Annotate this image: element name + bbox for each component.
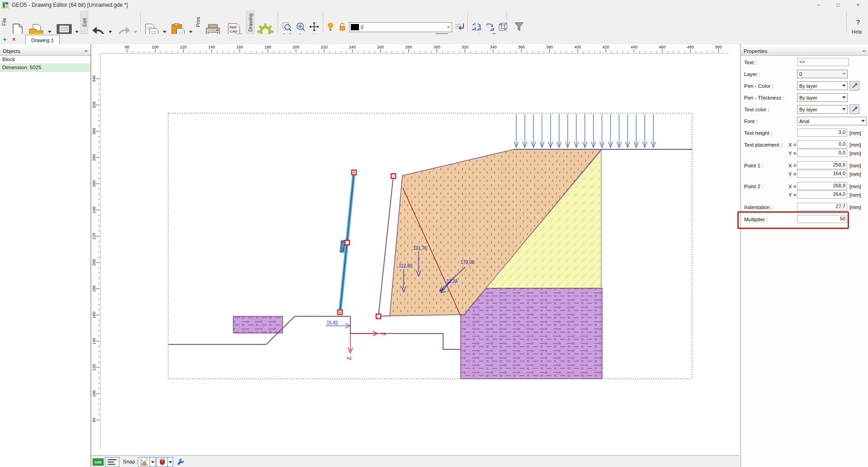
print-menu-label[interactable]: Print [194, 11, 201, 33]
text-color-picker-button[interactable] [849, 105, 859, 114]
pen-color-swatch [351, 24, 359, 30]
pen-color-picker-button[interactable] [849, 81, 859, 91]
unit-mm: [mm] [849, 184, 861, 189]
drawing-menu-label[interactable]: Drawing [246, 11, 255, 34]
file-menu-label[interactable]: File [0, 11, 7, 33]
svg-text:180: 180 [92, 285, 96, 292]
window-title: GEO5 - Drawing Editor (64 bit) [Unnamed.… [12, 2, 128, 8]
zoom-in-button[interactable] [295, 22, 307, 32]
force-label[interactable]: 173,00 [461, 260, 475, 265]
snap-label: Snap : [123, 459, 138, 464]
text-placement-y-input[interactable]: 0,0 [797, 149, 847, 157]
zoom-in-icon [296, 22, 305, 31]
snap-magnet-dropdown[interactable] [167, 457, 173, 467]
text-color-combobox[interactable]: By layer [797, 105, 848, 114]
multiplier-input[interactable]: 50 [797, 215, 847, 223]
excavation-steps-line[interactable] [350, 316, 461, 349]
svg-text:100: 100 [152, 45, 159, 49]
force-label[interactable]: 11,24 [447, 279, 458, 284]
dimension-object-selected[interactable]: 5025 [338, 170, 396, 319]
text-height-input[interactable]: 3,0 [797, 129, 847, 137]
edit-menu-label[interactable]: Edit [80, 11, 88, 34]
extrude-3d-button[interactable] [497, 22, 509, 32]
svg-text:400: 400 [574, 45, 581, 49]
lock-button[interactable] [338, 22, 346, 31]
y-eq-label: Y = [788, 172, 796, 177]
zoom-select-button[interactable] [281, 22, 293, 32]
x-eq-label: X = [788, 163, 797, 168]
pan-button[interactable] [308, 22, 320, 32]
text-input[interactable]: <> [797, 58, 849, 66]
canvas-status-bar: CAD Snap : [91, 455, 739, 467]
surcharge-load-arrows[interactable] [514, 114, 656, 148]
toolbar-separator [323, 12, 323, 32]
move-objects-icon [485, 22, 496, 31]
wall-face-line[interactable] [378, 176, 393, 316]
close-tab-button[interactable]: × [12, 36, 16, 43]
point2-x-input[interactable]: 268,8 [797, 182, 847, 190]
indentation-input[interactable]: 27,7 [797, 203, 847, 211]
chevron-down-icon [840, 105, 847, 113]
text-height-label: Text height : [744, 130, 772, 136]
svg-text:200: 200 [92, 259, 96, 266]
unit-mm: [mm] [849, 192, 861, 198]
force-label[interactable]: 101,76 [413, 246, 427, 251]
layer-combobox[interactable]: 0 [797, 70, 848, 78]
snap-magnet-button[interactable] [156, 457, 168, 467]
chevron-down-icon [445, 23, 452, 32]
soil-region-clay[interactable] [461, 288, 602, 379]
chevron-down-icon [134, 31, 137, 33]
line-style-button[interactable] [105, 457, 119, 467]
minimize-button[interactable]: − [808, 0, 828, 10]
x-eq-label: X = [788, 184, 797, 189]
unit-mm: [mm] [849, 172, 861, 177]
point1-x-input[interactable]: 258,8 [797, 161, 847, 169]
drawing-canvas[interactable]: 8010012014016018020022024026028030032034… [91, 44, 739, 455]
layers-button[interactable] [454, 22, 465, 31]
copy-objects-button[interactable] [471, 22, 483, 32]
point1-y-input[interactable]: 164,0 [797, 170, 847, 178]
chevron-down-icon [48, 31, 52, 33]
cad-text: CAD [230, 29, 238, 33]
y-eq-label: Y = [788, 192, 796, 198]
pen-thickness-combobox[interactable]: By layer [797, 93, 848, 102]
force-label[interactable]: 15,82 [326, 320, 338, 325]
indentation-label: Indentation : [744, 205, 773, 210]
text-placement-x-input[interactable]: 0,0 [797, 140, 847, 148]
pen-style-combobox[interactable]: 0 [349, 22, 452, 32]
font-combobox[interactable]: Arial [797, 117, 867, 125]
add-tab-button[interactable]: + [3, 35, 7, 43]
cad-mode-badge[interactable]: CAD [93, 458, 104, 466]
magnet-icon [159, 458, 166, 466]
snap-settings-button[interactable] [175, 457, 185, 466]
help-icon[interactable]: ? [854, 17, 863, 26]
move-objects-button[interactable] [485, 22, 496, 32]
objects-panel-header: Objects − [0, 47, 90, 56]
point2-y-input[interactable]: 264,0 [797, 191, 847, 199]
chevron-down-icon [840, 94, 847, 101]
visibility-bulb-button[interactable] [326, 22, 335, 31]
app-window: { "titlebar": { "title": "GEO5 - Drawing… [0, 0, 868, 467]
force-label[interactable]: 112,80 [399, 263, 412, 268]
properties-panel-title: Properties [744, 48, 767, 54]
selection-handles[interactable] [338, 170, 396, 319]
svg-text:200: 200 [292, 45, 299, 49]
pen-thickness-value: By layer [797, 95, 840, 100]
pen-color-combobox[interactable]: By layer [797, 81, 848, 90]
close-button[interactable]: × [848, 0, 868, 10]
objects-panel: Objects − BlockDimension: 5025 [0, 44, 91, 467]
snap-axis-button[interactable] [138, 457, 151, 467]
collapse-icon[interactable]: − [84, 48, 88, 54]
objects-list-item[interactable]: Dimension: 5025 [0, 64, 90, 72]
collapse-icon[interactable]: − [862, 48, 866, 54]
maximize-button[interactable]: □ [828, 0, 848, 10]
svg-text:140: 140 [92, 338, 96, 344]
block-object[interactable] [233, 316, 283, 333]
tab-drawing-1[interactable]: Drawing 1 [25, 35, 60, 45]
objects-list-item[interactable]: Block [0, 56, 90, 64]
filter-button[interactable] [513, 22, 525, 32]
svg-text:420: 420 [603, 45, 609, 49]
svg-text:240: 240 [92, 206, 96, 213]
drawing-canvas-area: 8010012014016018020022024026028030032034… [91, 44, 739, 455]
snap-axis-dropdown[interactable] [150, 457, 156, 467]
